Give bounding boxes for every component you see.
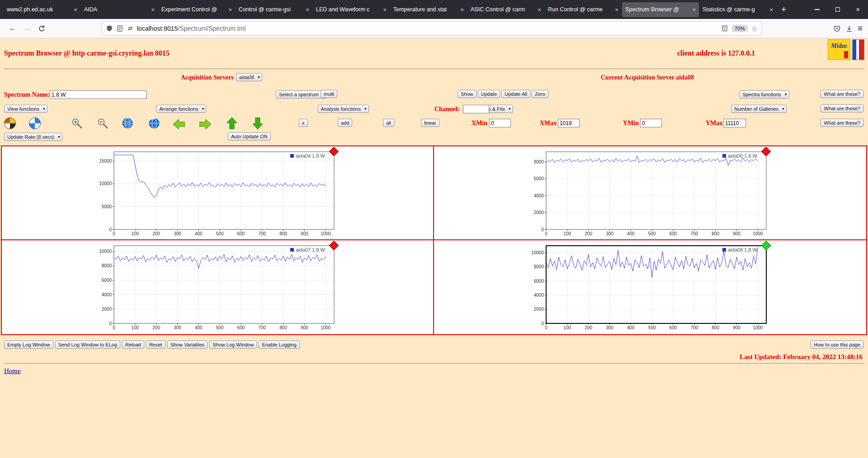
bookmark-star-icon[interactable]: ☆ (751, 24, 758, 33)
log-controls: Empty Log WindowSend Log Window to ELogR… (4, 341, 300, 349)
lab-logo[interactable] (852, 39, 864, 60)
channel-input[interactable] (463, 105, 489, 113)
tab[interactable]: AIDA× (81, 2, 158, 17)
auto-update-button[interactable]: Auto Update ON (228, 132, 271, 140)
zoom-in-icon[interactable] (71, 117, 83, 129)
zoom-out-icon[interactable] (97, 117, 108, 129)
svg-text:100: 100 (131, 325, 139, 330)
page-info-icon[interactable] (116, 25, 123, 32)
tab-close-icon[interactable]: × (306, 6, 309, 13)
arrow-left-icon[interactable] (173, 118, 185, 130)
minimize-button[interactable] (807, 0, 827, 19)
tab-close-icon[interactable]: × (615, 6, 618, 13)
color-wheel-icon[interactable] (4, 117, 16, 129)
spectra-functions-dropdown[interactable]: Spectra functions (740, 90, 789, 98)
what-are-these-button[interactable]: What are these? (821, 119, 863, 127)
navigation-toolbar: ← → localhost:8015/Spectrum/Spectrum.tml… (0, 19, 868, 38)
tab[interactable]: www2.ph.ed.ac.uk× (4, 2, 80, 17)
acquisition-server-select[interactable]: aida08 (236, 73, 262, 81)
menu-icon[interactable]: ≡ (858, 23, 863, 33)
show-variables-button[interactable]: Show Variables (167, 341, 208, 349)
tab[interactable]: Experiment Control @× (158, 2, 235, 17)
reset-button[interactable]: Reset (146, 341, 165, 349)
ymin-input[interactable] (640, 119, 662, 127)
tab-close-icon[interactable]: × (460, 6, 464, 13)
xmin-input[interactable] (489, 119, 511, 127)
tab-close-icon[interactable]: × (228, 6, 232, 13)
back-button[interactable]: ← (5, 22, 20, 35)
spectrum-name-input[interactable] (50, 90, 146, 99)
show-log-window-button[interactable]: Show Log Window (209, 341, 257, 349)
maximize-button[interactable] (827, 0, 848, 19)
connection-arrows-icon[interactable] (127, 25, 134, 32)
arrow-down-icon[interactable] (252, 117, 264, 129)
view-functions-dropdown[interactable]: View functions (4, 105, 47, 113)
channel-label: Channel: (434, 106, 459, 113)
arrow-right-icon[interactable] (199, 118, 211, 130)
tab-close-icon[interactable]: × (692, 6, 696, 13)
spectrum-chart-aida04[interactable]: 0100200300400500600700800900100005000100… (91, 150, 338, 238)
tab[interactable]: Temperature and stat× (390, 2, 467, 17)
midas-logo[interactable]: Midas (828, 39, 850, 60)
send-log-window-to-elog-button[interactable]: Send Log Window to ELog (55, 341, 120, 349)
ymin-label: YMin (623, 120, 639, 127)
svg-text:2000: 2000 (102, 307, 112, 312)
globe-refresh-icon[interactable] (148, 117, 160, 129)
update-rate-dropdown[interactable]: Update Rate (8 secs) (4, 133, 62, 141)
linear-button[interactable]: linear (421, 119, 439, 127)
tab[interactable]: Control @ carme-gsi× (236, 2, 312, 17)
arrow-up-icon[interactable] (226, 117, 238, 129)
globe-icon[interactable] (122, 117, 133, 129)
add-button[interactable]: add (338, 119, 352, 127)
home-link[interactable]: Home (4, 367, 21, 375)
tab[interactable]: Statistics @ carme-g× (699, 2, 776, 17)
tab-close-icon[interactable]: × (151, 6, 155, 13)
svg-text:0: 0 (109, 227, 112, 232)
forward-button[interactable]: → (20, 22, 34, 35)
tab-close-icon[interactable]: × (769, 6, 773, 13)
x-button[interactable]: x (299, 119, 308, 127)
update-all-button[interactable]: Update All (501, 90, 530, 98)
empty-log-window-button[interactable]: Empty Log Window (4, 341, 53, 349)
galleries-dropdown[interactable]: Number of Galleries (731, 105, 787, 113)
spectrum-chart-aida07[interactable]: 0100200300400500600700800900100002000400… (91, 244, 338, 332)
update-button[interactable]: Update (478, 90, 500, 98)
tab-close-icon[interactable]: × (74, 6, 77, 13)
close-window-button[interactable]: × (848, 0, 868, 19)
reload-button[interactable] (34, 22, 49, 35)
what-are-these-button[interactable]: What are these? (821, 104, 863, 112)
download-icon[interactable] (845, 25, 853, 33)
url-text[interactable]: localhost:8015/Spectrum/Spectrum.tml (137, 25, 245, 32)
zoom-indicator[interactable]: 70% (732, 25, 748, 32)
tab[interactable]: ASIC Control @ carm× (467, 2, 544, 17)
refresh-ball-icon[interactable] (29, 117, 41, 129)
tracking-shield-icon[interactable] (106, 25, 113, 32)
url-bar[interactable]: localhost:8015/Spectrum/Spectrum.tml 70%… (101, 21, 762, 36)
select-spectrum-dropdown[interactable]: Select a spectrum (276, 90, 327, 98)
tab[interactable]: LED and Waveform c× (313, 2, 390, 17)
spectrum-chart-aida08[interactable]: 0100200300400500600700800900100002000400… (524, 244, 770, 332)
svg-text:10000: 10000 (99, 181, 112, 186)
zero-button[interactable]: Zero (532, 90, 548, 98)
pocket-icon[interactable] (833, 25, 841, 33)
tab[interactable]: Spectrum Browser @× (622, 2, 699, 17)
spectrum-chart-aida06[interactable]: 0100200300400500600700800900100002000400… (524, 150, 770, 238)
xmax-input[interactable] (558, 119, 580, 127)
analysis-functions-dropdown[interactable]: Analysis functions (318, 105, 369, 113)
svg-text:400: 400 (195, 231, 203, 236)
reader-mode-icon[interactable] (721, 25, 728, 32)
arrange-functions-dropdown[interactable]: Arrange functions (156, 105, 206, 113)
enable-logging-button[interactable]: Enable Logging (259, 341, 299, 349)
svg-text:300: 300 (174, 231, 181, 236)
multi-button[interactable]: multi (321, 90, 337, 98)
how-to-use-button[interactable]: How to use this page (811, 341, 863, 349)
what-are-these-button[interactable]: What are these? (821, 90, 863, 98)
tab-close-icon[interactable]: × (383, 6, 387, 13)
show-button[interactable]: Show (458, 90, 476, 98)
new-tab-button[interactable]: + (777, 5, 791, 14)
reload-button[interactable]: Reload (122, 341, 144, 349)
tab[interactable]: Run Control @ carme× (545, 2, 622, 17)
ymax-input[interactable] (723, 119, 746, 127)
all-button[interactable]: all (383, 119, 394, 127)
tab-close-icon[interactable]: × (538, 6, 541, 13)
